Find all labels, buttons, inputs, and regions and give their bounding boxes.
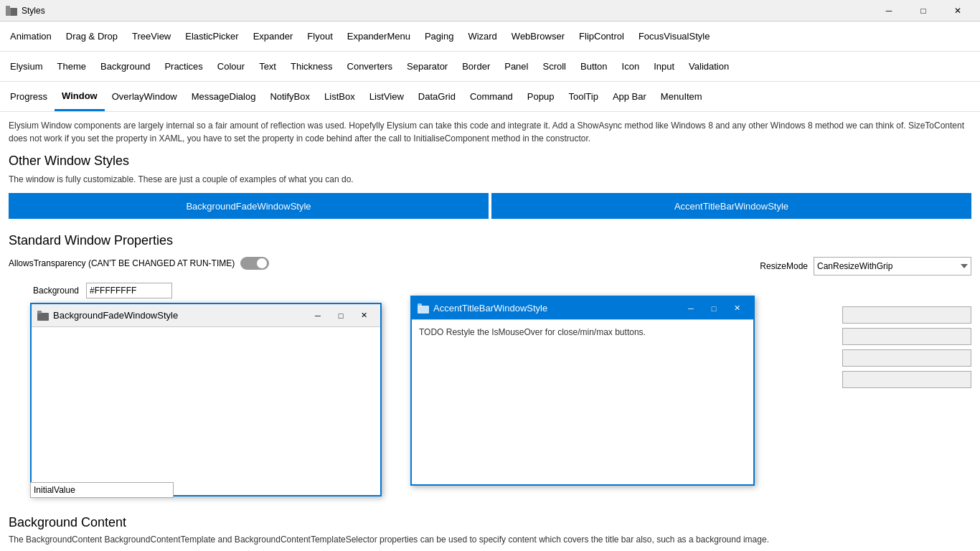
nav-popup[interactable]: Popup [520,82,562,111]
background-label: Background [30,285,82,296]
minimize-button[interactable]: ─ [872,0,905,22]
accent-minimize-btn[interactable]: ─ [680,300,702,317]
bg-fade-close-btn[interactable]: ✕ [353,307,374,324]
nav-webbrowser[interactable]: WebBrowser [504,22,572,51]
intro-text: Elysium Window components are largely in… [9,119,971,145]
nav-paging[interactable]: Paging [418,22,461,51]
nav-messagedialog[interactable]: MessageDialog [184,82,263,111]
accent-window: AccentTitleBarWindowStyle ─ □ ✕ TODO Res… [410,296,755,486]
nav-overlaywindow[interactable]: OverlayWindow [105,82,184,111]
nav-practices[interactable]: Practices [157,52,209,81]
title-bar: Styles ─ □ ✕ [0,0,980,22]
bg-fade-title-text: BackgroundFadeWindowStyle [53,310,307,321]
nav-command[interactable]: Command [463,82,520,111]
nav-button[interactable]: Button [573,52,615,81]
accent-title-bar-button[interactable]: AccentTitleBarWindowStyle [491,193,971,219]
nav-converters[interactable]: Converters [340,52,400,81]
nav-border[interactable]: Border [455,52,497,81]
nav-expandermenu[interactable]: ExpanderMenu [340,22,418,51]
nav-row-1: Animation Drag & Drop TreeView ElasticPi… [0,22,980,52]
resize-mode-row: ResizeMode CanResizeWithGrip CanResize C… [760,257,971,276]
nav-elasticpicker[interactable]: ElasticPicker [178,22,245,51]
allows-transparency-toggle[interactable] [240,257,269,270]
bg-content-title: Background Content [9,515,971,530]
bg-fade-window-button[interactable]: BackgroundFadeWindowStyle [9,193,489,219]
accent-content: TODO Restyle the IsMouseOver for close/m… [412,320,753,344]
accent-title-bar: AccentTitleBarWindowStyle ─ □ ✕ [412,297,753,320]
standard-props-title: Standard Window Properties [9,233,971,248]
maximize-button[interactable]: □ [907,0,940,22]
resize-mode-select[interactable]: CanResizeWithGrip CanResize CanMinimize … [814,257,971,276]
nav-panel[interactable]: Panel [497,52,535,81]
prop-select-4[interactable] [842,371,971,388]
demo-windows-container: Background BackgroundFadeWindowStyle ─ □… [9,281,971,504]
svg-rect-4 [37,311,42,314]
bg-fade-maximize-btn[interactable]: □ [330,307,352,324]
background-input[interactable] [86,283,172,298]
close-button[interactable]: ✕ [941,0,974,22]
nav-colour[interactable]: Colour [210,52,252,81]
bg-fade-window-controls: ─ □ ✕ [307,307,374,324]
prop-select-row-3 [842,349,971,367]
nav-listview[interactable]: ListView [362,82,411,111]
right-prop-selects [842,306,971,392]
nav-progress[interactable]: Progress [3,82,55,111]
nav-drag-drop[interactable]: Drag & Drop [59,22,125,51]
nav-row-2: Elysium Theme Background Practices Colou… [0,52,980,82]
main-content: Elysium Window components are largely in… [0,112,980,551]
other-window-styles-subtitle: The window is fully customizable. These … [9,174,971,184]
nav-row-3: Progress Window OverlayWindow MessageDia… [0,82,980,112]
allows-transparency-row: AllowsTransparency (CAN'T BE CHANGED AT … [9,257,269,270]
nav-expander[interactable]: Expander [246,22,301,51]
bg-fade-content [32,327,380,342]
accent-content-text: TODO Restyle the IsMouseOver for close/m… [419,327,646,337]
other-window-styles-title: Other Window Styles [9,154,971,169]
nav-wizard[interactable]: Wizard [461,22,504,51]
nav-treeview[interactable]: TreeView [125,22,178,51]
resize-mode-label: ResizeMode [760,261,808,271]
nav-datagrid[interactable]: DataGrid [411,82,463,111]
nav-listbox[interactable]: ListBox [317,82,362,111]
nav-focusvisualstyle[interactable]: FocusVisualStyle [631,22,717,51]
svg-rect-5 [418,306,429,314]
app-icon [6,6,17,16]
app-title: Styles [22,6,45,16]
nav-animation[interactable]: Animation [3,22,59,51]
nav-window[interactable]: Window [55,82,105,111]
bg-fade-window: BackgroundFadeWindowStyle ─ □ ✕ [30,303,382,496]
svg-rect-2 [6,6,10,9]
nav-menuitem[interactable]: MenuItem [654,82,710,111]
nav-thickness[interactable]: Thickness [283,52,340,81]
bg-fade-minimize-btn[interactable]: ─ [307,307,329,324]
prop-select-1[interactable] [842,306,971,324]
nav-appbar[interactable]: App Bar [606,82,654,111]
nav-icon[interactable]: Icon [615,52,647,81]
window-style-buttons: BackgroundFadeWindowStyle AccentTitleBar… [9,193,971,219]
nav-tooltip[interactable]: ToolTip [561,82,605,111]
folder-icon [37,311,49,321]
nav-text[interactable]: Text [252,52,283,81]
nav-validation[interactable]: Validation [682,52,736,81]
prop-select-2[interactable] [842,328,971,345]
accent-close-btn[interactable]: ✕ [726,300,748,317]
prop-select-3[interactable] [842,349,971,367]
nav-elysium[interactable]: Elysium [3,52,50,81]
nav-scroll[interactable]: Scroll [535,52,573,81]
svg-rect-3 [37,313,49,321]
nav-separator[interactable]: Separator [400,52,455,81]
nav-flyout[interactable]: Flyout [300,22,339,51]
bottom-input[interactable] [30,482,174,498]
nav-flipcontrol[interactable]: FlipControl [572,22,631,51]
accent-maximize-btn[interactable]: □ [703,300,725,317]
nav-notifybox[interactable]: NotifyBox [263,82,317,111]
allows-transparency-label: AllowsTransparency (CAN'T BE CHANGED AT … [9,258,235,268]
nav-theme[interactable]: Theme [50,52,93,81]
prop-select-row-2 [842,328,971,345]
nav-background[interactable]: Background [93,52,157,81]
bg-fade-title-bar: BackgroundFadeWindowStyle ─ □ ✕ [32,304,380,327]
nav-input[interactable]: Input [646,52,682,81]
accent-folder-icon [418,303,429,314]
accent-window-controls: ─ □ ✕ [680,300,748,317]
background-input-row: Background [30,283,172,298]
svg-rect-6 [418,303,422,306]
